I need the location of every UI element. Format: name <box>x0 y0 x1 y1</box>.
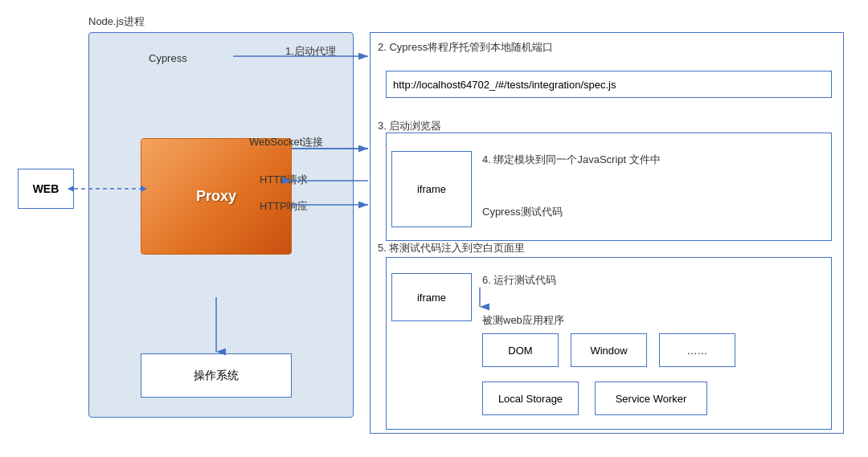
step2-label: 2. Cypress将程序托管到本地随机端口 <box>378 40 553 55</box>
step4b-label: Cypress测试代码 <box>482 205 563 219</box>
os-box: 操作系统 <box>141 353 292 398</box>
websocket-label: WebSocket连接 <box>249 135 323 149</box>
ellipsis-label: …… <box>687 345 708 357</box>
cypress-label: Cypress <box>149 52 187 64</box>
step6-label: 6. 运行测试代码 <box>482 273 556 288</box>
http-request-label: HTTP请求 <box>260 173 308 187</box>
iframe-label-bottom: iframe <box>417 292 446 304</box>
web-label: WEB <box>33 182 59 195</box>
proxy-label: Proxy <box>196 188 236 205</box>
http-response-label: HTTP响应 <box>260 199 308 214</box>
nodejs-label: Node.js进程 <box>88 14 145 29</box>
localstorage-label: Local Storage <box>498 393 563 405</box>
serviceworker-box: Service Worker <box>595 382 707 415</box>
window-label: Window <box>590 345 627 357</box>
os-label: 操作系统 <box>194 369 239 383</box>
serviceworker-label: Service Worker <box>616 393 687 405</box>
url-text: http://localhost64702_/#/tests/integrati… <box>393 79 616 91</box>
step1-label: 1.启动代理 <box>285 44 336 59</box>
iframe-bottom: iframe <box>391 273 472 321</box>
dom-label: DOM <box>508 345 532 357</box>
localstorage-box: Local Storage <box>482 382 579 415</box>
diagram-container: Node.js进程 WEB Cypress Proxy 操作系统 2. Cypr… <box>0 0 868 457</box>
iframe-top: iframe <box>391 151 472 227</box>
proxy-box: Proxy <box>141 138 292 255</box>
ellipsis-box: …… <box>659 333 735 367</box>
web-box: WEB <box>18 169 74 209</box>
step3-label: 3. 启动浏览器 <box>378 119 441 133</box>
dom-box: DOM <box>482 333 559 367</box>
step6b-label: 被测web应用程序 <box>482 313 564 328</box>
url-bar: http://localhost64702_/#/tests/integrati… <box>386 71 832 98</box>
iframe-label-top: iframe <box>417 183 446 195</box>
step4-label: 4. 绑定模块到同一个JavaScript 文件中 <box>482 153 661 167</box>
window-box: Window <box>571 333 647 367</box>
step5-label: 5. 将测试代码注入到空白页面里 <box>378 241 525 255</box>
